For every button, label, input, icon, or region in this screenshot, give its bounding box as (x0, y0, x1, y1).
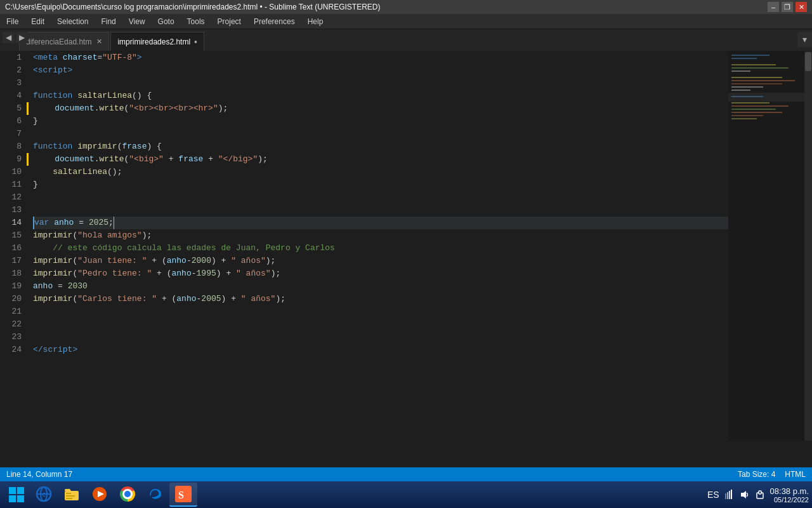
tray-language[interactable]: ES (707, 490, 719, 500)
menu-tools[interactable]: Tools (181, 15, 211, 28)
tab-imprimiredades[interactable]: imprimiredades2.html • (110, 32, 204, 51)
taskbar-ie[interactable]: e (30, 483, 58, 507)
menu-find[interactable]: Find (95, 15, 122, 28)
menu-file[interactable]: File (0, 15, 25, 28)
minimize-button[interactable]: – (768, 2, 779, 12)
svg-rect-8 (731, 83, 782, 84)
line-num-13: 13 (5, 204, 22, 217)
edge-icon (147, 486, 164, 502)
svg-rect-30 (66, 498, 72, 499)
line-num-21: 21 (5, 305, 22, 318)
svg-rect-17 (731, 118, 757, 119)
line-num-23: 23 (5, 331, 22, 344)
sublime-icon: S (175, 486, 192, 502)
taskbar-chrome[interactable] (114, 483, 141, 507)
code-area[interactable]: <meta charset="UTF-8"> <script> function… (27, 51, 728, 441)
minimap[interactable] (728, 51, 804, 441)
svg-rect-38 (727, 492, 728, 499)
taskbar-file-manager[interactable] (58, 483, 86, 507)
svg-rect-3 (731, 64, 776, 65)
tab-close-1[interactable]: ✕ (96, 37, 102, 46)
svg-rect-10 (731, 90, 750, 91)
line-num-11: 11 (5, 178, 22, 191)
clock-time: 08:38 p.m. (770, 486, 809, 496)
svg-rect-1 (731, 55, 769, 56)
vertical-scrollbar[interactable] (804, 51, 812, 441)
code-line-16: // este código calcula las edades de Jua… (33, 242, 728, 255)
code-line-15: imprimir("hola amigos"); (33, 229, 728, 242)
statusbar: Line 14, Column 17 Tab Size: 4 HTML (0, 467, 812, 481)
code-line-6: } (33, 115, 728, 128)
menu-goto[interactable]: Goto (152, 15, 181, 28)
line-num-12: 12 (5, 191, 22, 204)
code-line-18: imprimir("Pedro tiene: " + (anho-1995) +… (33, 267, 728, 280)
taskbar-media-player[interactable] (86, 483, 114, 507)
svg-rect-29 (66, 495, 75, 497)
start-button[interactable] (4, 483, 29, 507)
code-line-9: document.write("<big>" + frase + "</big>… (33, 153, 728, 166)
tab-size: Tab Size: 4 (738, 470, 775, 479)
svg-rect-5 (731, 70, 750, 72)
code-line-17: imprimir("Juan tiene: " + (anho-2000) + … (33, 255, 728, 267)
network-icon (724, 490, 735, 500)
line-num-5: 5 (5, 102, 22, 115)
line-num-14: 14 (5, 217, 22, 229)
line-num-6: 6 (5, 115, 22, 128)
svg-rect-16 (731, 115, 763, 116)
menu-selection[interactable]: Selection (51, 15, 95, 28)
maximize-button[interactable]: ❐ (782, 2, 793, 12)
taskbar-edge[interactable] (141, 483, 169, 507)
menu-project[interactable]: Project (211, 15, 247, 28)
menubar: File Edit Selection Find View Goto Tools… (0, 14, 812, 29)
menu-edit[interactable]: Edit (25, 15, 51, 28)
taskbar: e (0, 481, 812, 508)
tab-diferencia-edad[interactable]: diferenciaEdad.htm ✕ (19, 32, 109, 51)
line-num-15: 15 (5, 229, 22, 242)
clock-date: 05/12/2022 (770, 496, 809, 504)
code-line-24: </script> (33, 344, 728, 356)
code-line-14: var anho = 2025; (33, 217, 728, 229)
svg-rect-22 (17, 495, 24, 502)
code-line-21 (33, 305, 728, 318)
svg-rect-39 (729, 491, 730, 499)
statusbar-left: Line 14, Column 17 (6, 470, 72, 479)
code-line-11: } (33, 178, 728, 191)
menu-preferences[interactable]: Preferences (247, 15, 301, 28)
svg-rect-37 (725, 493, 726, 499)
svg-rect-40 (731, 490, 732, 499)
tab-nav-left[interactable]: ◀ (3, 32, 15, 43)
scrollbar-thumb[interactable] (805, 52, 811, 71)
tab-label-1: diferenciaEdad.htm (26, 37, 91, 46)
line-num-22: 22 (5, 318, 22, 331)
window-controls: – ❐ ✕ (768, 2, 807, 12)
close-button[interactable]: ✕ (796, 2, 807, 12)
line-num-18: 18 (5, 267, 22, 280)
titlebar: C:\Users\Equipo\Documents\curso log prog… (0, 0, 812, 14)
tab-modified-dot: • (194, 37, 197, 47)
menu-help[interactable]: Help (301, 15, 330, 28)
code-line-8: function imprimir(frase) { (33, 140, 728, 153)
menu-view[interactable]: View (122, 15, 152, 28)
svg-rect-6 (731, 77, 782, 78)
line-numbers: 1 2 3 4 5 6 7 8 9 10 11 12 13 14 15 16 1… (0, 51, 27, 441)
windows-logo-icon (8, 486, 25, 504)
svg-rect-7 (731, 80, 795, 81)
code-line-10: saltarLinea(); (33, 166, 728, 178)
power-icon (755, 490, 765, 500)
line-num-7: 7 (5, 128, 22, 140)
taskbar-sublime[interactable]: S (169, 483, 197, 507)
line-num-24: 24 (5, 344, 22, 356)
file-manager-icon (63, 486, 80, 502)
tab-dropdown-button[interactable]: ▾ (797, 32, 812, 47)
volume-icon (740, 490, 750, 500)
code-line-1: <meta charset="UTF-8"> (33, 51, 728, 64)
tab-nav-right[interactable]: ▶ (16, 32, 28, 43)
line-num-1: 1 (5, 51, 22, 64)
svg-rect-19 (9, 487, 16, 494)
svg-marker-41 (741, 491, 746, 498)
svg-text:S: S (178, 490, 184, 500)
chrome-icon (119, 486, 136, 502)
cursor-position: Line 14, Column 17 (6, 470, 72, 479)
svg-rect-13 (731, 105, 789, 107)
line-num-17: 17 (5, 255, 22, 267)
